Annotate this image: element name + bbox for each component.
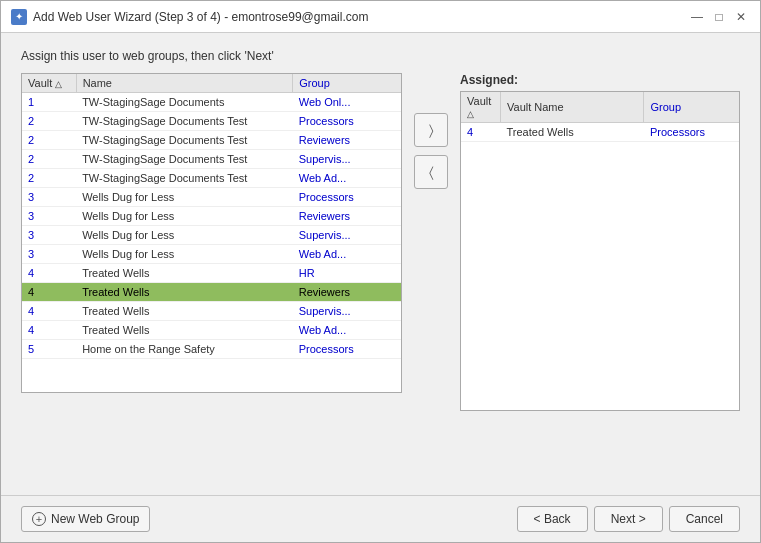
assigned-group-cell: Processors: [644, 123, 739, 142]
assigned-vault-header: Vault △: [461, 92, 501, 123]
main-content: Assign this user to web groups, then cli…: [1, 33, 760, 495]
table-row[interactable]: 2TW-StagingSage Documents TestSupervis..…: [22, 150, 401, 169]
name-header: Name: [76, 74, 293, 93]
name-cell: Treated Wells: [76, 283, 293, 302]
title-bar: ✦ Add Web User Wizard (Step 3 of 4) - em…: [1, 1, 760, 33]
name-cell: Treated Wells: [76, 264, 293, 283]
assigned-vaultname-header: Vault Name: [501, 92, 644, 123]
vault-cell: 4: [22, 321, 76, 340]
assigned-table-row[interactable]: 4Treated WellsProcessors: [461, 123, 739, 142]
table-row[interactable]: 2TW-StagingSage Documents TestReviewers: [22, 131, 401, 150]
arrow-panel: 〉 〈: [410, 113, 452, 189]
table-row[interactable]: 3Wells Dug for LessSupervis...: [22, 226, 401, 245]
group-cell: Reviewers: [293, 283, 401, 302]
table-row[interactable]: 4Treated WellsHR: [22, 264, 401, 283]
assigned-name-cell: Treated Wells: [501, 123, 644, 142]
footer: + New Web Group < Back Next > Cancel: [1, 495, 760, 542]
name-cell: Home on the Range Safety: [76, 340, 293, 359]
group-cell: Supervis...: [293, 226, 401, 245]
name-cell: TW-StagingSage Documents Test: [76, 112, 293, 131]
instruction-text: Assign this user to web groups, then cli…: [21, 49, 740, 63]
group-cell: Supervis...: [293, 302, 401, 321]
name-cell: Wells Dug for Less: [76, 226, 293, 245]
left-panel: Vault △ Name Group 1TW-StagingSage Docum…: [21, 73, 402, 393]
right-panel: Assigned: Vault △ Vault Name Group 4Trea…: [460, 73, 740, 411]
assigned-label: Assigned:: [460, 73, 740, 87]
vault-cell: 4: [22, 264, 76, 283]
name-cell: Wells Dug for Less: [76, 207, 293, 226]
vault-cell: 3: [22, 226, 76, 245]
name-cell: Wells Dug for Less: [76, 245, 293, 264]
table-header-row: Vault △ Name Group: [22, 74, 401, 93]
name-cell: TW-StagingSage Documents Test: [76, 131, 293, 150]
name-cell: TW-StagingSage Documents Test: [76, 169, 293, 188]
table-row[interactable]: 3Wells Dug for LessProcessors: [22, 188, 401, 207]
cancel-button[interactable]: Cancel: [669, 506, 740, 532]
group-cell: Supervis...: [293, 150, 401, 169]
table-row[interactable]: 3Wells Dug for LessWeb Ad...: [22, 245, 401, 264]
assigned-group-header: Group: [644, 92, 739, 123]
app-icon: ✦: [11, 9, 27, 25]
name-cell: TW-StagingSage Documents Test: [76, 150, 293, 169]
vault-cell: 4: [22, 302, 76, 321]
assigned-vault-cell: 4: [461, 123, 501, 142]
group-cell: Web Ad...: [293, 321, 401, 340]
vault-cell: 2: [22, 150, 76, 169]
vault-cell: 3: [22, 188, 76, 207]
group-cell: Web Ad...: [293, 245, 401, 264]
table-row[interactable]: 1TW-StagingSage DocumentsWeb Onl...: [22, 93, 401, 112]
group-cell: Reviewers: [293, 207, 401, 226]
available-groups-table-container[interactable]: Vault △ Name Group 1TW-StagingSage Docum…: [21, 73, 402, 393]
main-window: ✦ Add Web User Wizard (Step 3 of 4) - em…: [0, 0, 761, 543]
move-left-button[interactable]: 〈: [414, 155, 448, 189]
vault-cell: 1: [22, 93, 76, 112]
table-row[interactable]: 2TW-StagingSage Documents TestWeb Ad...: [22, 169, 401, 188]
group-cell: Web Ad...: [293, 169, 401, 188]
table-row[interactable]: 4Treated WellsWeb Ad...: [22, 321, 401, 340]
table-row[interactable]: 3Wells Dug for LessReviewers: [22, 207, 401, 226]
title-bar-left: ✦ Add Web User Wizard (Step 3 of 4) - em…: [11, 9, 368, 25]
name-cell: Wells Dug for Less: [76, 188, 293, 207]
assigned-vault-sort-arrow: △: [467, 109, 474, 119]
vault-cell: 2: [22, 112, 76, 131]
table-row[interactable]: 4Treated WellsReviewers: [22, 283, 401, 302]
name-cell: Treated Wells: [76, 302, 293, 321]
table-row[interactable]: 5Home on the Range SafetyProcessors: [22, 340, 401, 359]
available-groups-table: Vault △ Name Group 1TW-StagingSage Docum…: [22, 74, 401, 359]
name-cell: Treated Wells: [76, 321, 293, 340]
nav-buttons: < Back Next > Cancel: [517, 506, 740, 532]
vault-cell: 4: [22, 283, 76, 302]
vault-cell: 2: [22, 169, 76, 188]
table-row[interactable]: 2TW-StagingSage Documents TestProcessors: [22, 112, 401, 131]
plus-circle-icon: +: [32, 512, 46, 526]
move-right-button[interactable]: 〉: [414, 113, 448, 147]
assigned-groups-table-container[interactable]: Vault △ Vault Name Group 4Treated WellsP…: [460, 91, 740, 411]
available-groups-body: 1TW-StagingSage DocumentsWeb Onl...2TW-S…: [22, 93, 401, 359]
group-cell: Web Onl...: [293, 93, 401, 112]
window-title: Add Web User Wizard (Step 3 of 4) - emon…: [33, 10, 368, 24]
panels-container: Vault △ Name Group 1TW-StagingSage Docum…: [21, 73, 740, 479]
maximize-button[interactable]: □: [710, 8, 728, 26]
name-cell: TW-StagingSage Documents: [76, 93, 293, 112]
next-button[interactable]: Next >: [594, 506, 663, 532]
vault-cell: 3: [22, 207, 76, 226]
vault-sort-arrow: △: [55, 79, 62, 89]
assigned-header-row: Vault △ Vault Name Group: [461, 92, 739, 123]
group-cell: Reviewers: [293, 131, 401, 150]
new-web-group-label: New Web Group: [51, 512, 139, 526]
vault-cell: 3: [22, 245, 76, 264]
group-header: Group: [293, 74, 401, 93]
group-cell: Processors: [293, 188, 401, 207]
assigned-groups-body: 4Treated WellsProcessors: [461, 123, 739, 142]
back-button[interactable]: < Back: [517, 506, 588, 532]
title-controls: — □ ✕: [688, 8, 750, 26]
table-row[interactable]: 4Treated WellsSupervis...: [22, 302, 401, 321]
vault-header: Vault △: [22, 74, 76, 93]
group-cell: Processors: [293, 112, 401, 131]
group-cell: HR: [293, 264, 401, 283]
vault-cell: 2: [22, 131, 76, 150]
minimize-button[interactable]: —: [688, 8, 706, 26]
group-cell: Processors: [293, 340, 401, 359]
new-web-group-button[interactable]: + New Web Group: [21, 506, 150, 532]
close-button[interactable]: ✕: [732, 8, 750, 26]
